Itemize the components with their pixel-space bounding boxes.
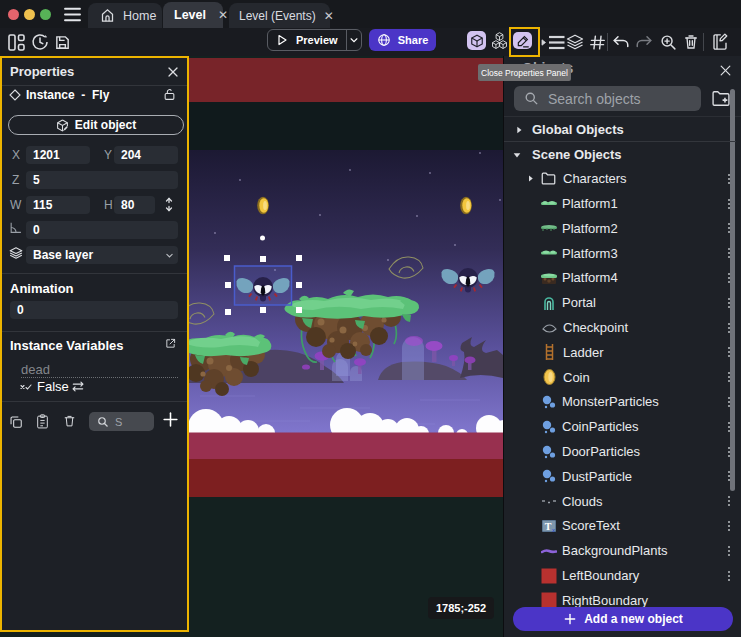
svg-text:1785;-252: 1785;-252 [436, 602, 486, 614]
svg-text:x: x [552, 526, 555, 532]
svg-text:T: T [545, 521, 552, 532]
